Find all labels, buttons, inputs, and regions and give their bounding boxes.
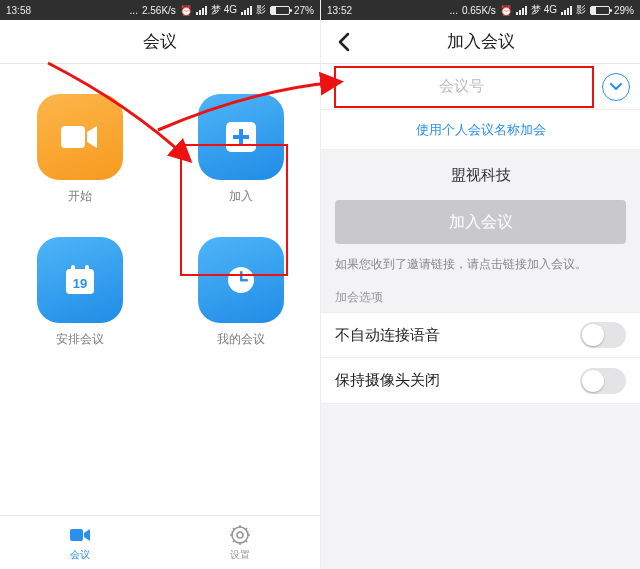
tile-label: 开始: [68, 188, 92, 205]
option-label: 保持摄像头关闭: [335, 371, 440, 390]
tab-meeting[interactable]: 会议: [0, 516, 160, 569]
svg-point-13: [237, 532, 243, 538]
tabbar: 会议 设置: [0, 515, 320, 569]
signal-icon: [561, 6, 572, 15]
tile-join[interactable]: 加入: [198, 94, 284, 205]
svg-rect-11: [70, 529, 83, 541]
calendar-icon: 19: [37, 237, 123, 323]
plus-icon: [198, 94, 284, 180]
gear-icon: [229, 524, 251, 546]
back-button[interactable]: [327, 20, 361, 63]
tab-label: 设置: [230, 548, 250, 562]
section-label: 加会选项: [321, 279, 640, 312]
status-net2: 影: [576, 3, 586, 17]
tile-label: 我的会议: [217, 331, 265, 348]
battery-icon: [270, 6, 290, 15]
alarm-icon: ⏰: [180, 5, 192, 16]
status-batt-pct: 27%: [294, 5, 314, 16]
svg-rect-5: [71, 265, 75, 273]
tab-label: 会议: [70, 548, 90, 562]
status-speed: 0.65K/s: [462, 5, 496, 16]
page-title: 会议: [143, 30, 177, 53]
tile-label: 安排会议: [56, 331, 104, 348]
invite-hint: 如果您收到了邀请链接，请点击链接加入会议。: [321, 244, 640, 279]
clock-icon: [198, 237, 284, 323]
status-net1: 梦 4G: [211, 3, 237, 17]
svg-rect-3: [233, 135, 249, 139]
personal-meeting-link[interactable]: 使用个人会议名称加会: [321, 110, 640, 150]
dropdown-button[interactable]: [602, 73, 630, 101]
svg-rect-0: [61, 126, 85, 148]
page-title: 加入会议: [447, 30, 515, 53]
join-body: 会议号 使用个人会议名称加会 盟视科技 加入会议 如果您收到了邀请链接，请点击链…: [321, 64, 640, 569]
app-header: 加入会议: [321, 20, 640, 64]
signal-icon: [516, 6, 527, 15]
status-net2: 影: [256, 3, 266, 17]
tile-mine[interactable]: 我的会议: [198, 237, 284, 348]
tile-label: 加入: [229, 188, 253, 205]
tile-grid: 开始 加入 19 安排会议 我的会议: [0, 64, 320, 515]
video-icon: [37, 94, 123, 180]
status-time: 13:58: [6, 5, 31, 16]
option-camera-off: 保持摄像头关闭: [321, 358, 640, 404]
phone-right: 13:52 ... 0.65K/s ⏰ 梦 4G 影 29% 加入会议 会议号 …: [320, 0, 640, 569]
video-icon: [69, 524, 91, 546]
signal-icon: [196, 6, 207, 15]
status-bar: 13:58 ... 2.56K/s ⏰ 梦 4G 影 27%: [0, 0, 320, 20]
option-no-auto-audio: 不自动连接语音: [321, 312, 640, 358]
tile-start[interactable]: 开始: [37, 94, 123, 205]
input-placeholder: 会议号: [321, 77, 602, 96]
svg-text:19: 19: [72, 276, 86, 291]
status-speed: 2.56K/s: [142, 5, 176, 16]
chevron-left-icon: [337, 32, 351, 52]
option-label: 不自动连接语音: [335, 326, 440, 345]
phone-left: 13:58 ... 2.56K/s ⏰ 梦 4G 影 27% 会议 开始: [0, 0, 320, 569]
status-net1: 梦 4G: [531, 3, 557, 17]
svg-rect-10: [240, 279, 248, 282]
status-bar: 13:52 ... 0.65K/s ⏰ 梦 4G 影 29%: [321, 0, 640, 20]
alarm-icon: ⏰: [500, 5, 512, 16]
join-button-label: 加入会议: [449, 212, 513, 233]
status-time: 13:52: [327, 5, 352, 16]
join-button[interactable]: 加入会议: [335, 200, 626, 244]
signal-icon: [241, 6, 252, 15]
app-header: 会议: [0, 20, 320, 64]
meeting-id-input[interactable]: 会议号: [321, 64, 640, 110]
battery-icon: [590, 6, 610, 15]
tile-schedule[interactable]: 19 安排会议: [37, 237, 123, 348]
tab-settings[interactable]: 设置: [160, 516, 320, 569]
svg-rect-6: [85, 265, 89, 273]
company-name: 盟视科技: [321, 150, 640, 200]
chevron-down-icon: [610, 83, 622, 91]
switch-camera-off[interactable]: [580, 368, 626, 394]
link-text: 使用个人会议名称加会: [416, 121, 546, 139]
status-batt-pct: 29%: [614, 5, 634, 16]
switch-no-auto-audio[interactable]: [580, 322, 626, 348]
